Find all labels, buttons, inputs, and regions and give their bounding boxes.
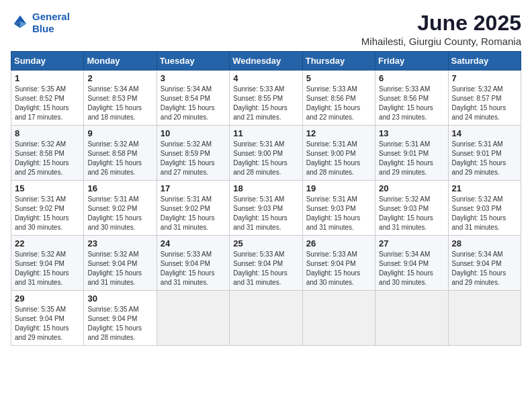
day-number: 22 [15, 238, 80, 248]
day-info: Sunrise: 5:33 AMSunset: 9:04 PMDaylight:… [233, 250, 298, 287]
calendar-day: 15Sunrise: 5:31 AMSunset: 9:02 PMDayligh… [11, 181, 84, 236]
day-number: 28 [452, 238, 517, 248]
calendar-day: 9Sunrise: 5:32 AMSunset: 8:58 PMDaylight… [84, 126, 157, 181]
day-info: Sunrise: 5:32 AMSunset: 9:04 PMDaylight:… [15, 250, 80, 287]
calendar-day [302, 291, 375, 346]
day-number: 23 [87, 238, 152, 248]
day-number: 14 [452, 128, 517, 138]
calendar-day: 5Sunrise: 5:33 AMSunset: 8:56 PMDaylight… [302, 71, 375, 126]
calendar-week-row: 29Sunrise: 5:35 AMSunset: 9:04 PMDayligh… [11, 291, 521, 346]
calendar-day [230, 291, 302, 346]
day-number: 9 [87, 128, 152, 138]
day-number: 30 [87, 293, 152, 304]
day-info: Sunrise: 5:31 AMSunset: 9:03 PMDaylight:… [233, 195, 298, 232]
calendar-day: 29Sunrise: 5:35 AMSunset: 9:04 PMDayligh… [11, 291, 84, 346]
calendar-day: 2Sunrise: 5:34 AMSunset: 8:53 PMDaylight… [84, 71, 157, 126]
calendar-week-row: 8Sunrise: 5:32 AMSunset: 8:58 PMDaylight… [11, 126, 521, 181]
logo: General Blue [11, 11, 70, 35]
day-number: 13 [379, 128, 444, 138]
day-info: Sunrise: 5:31 AMSunset: 9:00 PMDaylight:… [233, 140, 298, 177]
day-info: Sunrise: 5:35 AMSunset: 8:52 PMDaylight:… [15, 85, 80, 122]
page-header: General Blue June 2025 Mihailesti, Giurg… [11, 11, 521, 47]
day-number: 1 [15, 73, 80, 83]
day-number: 29 [15, 293, 80, 304]
day-info: Sunrise: 5:31 AMSunset: 9:01 PMDaylight:… [452, 140, 517, 177]
day-info: Sunrise: 5:34 AMSunset: 9:04 PMDaylight:… [452, 250, 517, 287]
day-info: Sunrise: 5:34 AMSunset: 8:53 PMDaylight:… [87, 85, 152, 122]
calendar-day: 28Sunrise: 5:34 AMSunset: 9:04 PMDayligh… [448, 236, 521, 291]
day-number: 15 [15, 183, 80, 193]
title-area: June 2025 Mihailesti, Giurgiu County, Ro… [361, 11, 521, 47]
day-info: Sunrise: 5:31 AMSunset: 9:02 PMDaylight:… [87, 195, 152, 232]
day-info: Sunrise: 5:31 AMSunset: 9:01 PMDaylight:… [379, 140, 444, 177]
day-info: Sunrise: 5:32 AMSunset: 8:58 PMDaylight:… [87, 140, 152, 177]
day-info: Sunrise: 5:32 AMSunset: 8:58 PMDaylight:… [15, 140, 80, 177]
day-info: Sunrise: 5:33 AMSunset: 9:04 PMDaylight:… [161, 250, 226, 287]
calendar-day [157, 291, 229, 346]
page-title: June 2025 [361, 11, 521, 36]
calendar-day: 3Sunrise: 5:34 AMSunset: 8:54 PMDaylight… [157, 71, 229, 126]
day-info: Sunrise: 5:31 AMSunset: 9:02 PMDaylight:… [15, 195, 80, 232]
day-info: Sunrise: 5:33 AMSunset: 8:56 PMDaylight:… [379, 85, 444, 122]
weekday-header: Tuesday [157, 52, 229, 71]
day-number: 27 [379, 238, 444, 248]
day-info: Sunrise: 5:34 AMSunset: 8:54 PMDaylight:… [161, 85, 226, 122]
day-number: 26 [306, 238, 371, 248]
calendar-day: 24Sunrise: 5:33 AMSunset: 9:04 PMDayligh… [157, 236, 229, 291]
day-number: 6 [379, 73, 444, 83]
weekday-header: Sunday [11, 52, 84, 71]
calendar-day: 14Sunrise: 5:31 AMSunset: 9:01 PMDayligh… [448, 126, 521, 181]
day-number: 18 [233, 183, 298, 193]
day-info: Sunrise: 5:33 AMSunset: 8:55 PMDaylight:… [233, 85, 298, 122]
calendar-header-row: SundayMondayTuesdayWednesdayThursdayFrid… [11, 52, 521, 71]
calendar-day: 10Sunrise: 5:32 AMSunset: 8:59 PMDayligh… [157, 126, 229, 181]
day-info: Sunrise: 5:35 AMSunset: 9:04 PMDaylight:… [87, 305, 152, 342]
day-number: 3 [161, 73, 226, 83]
calendar-day: 6Sunrise: 5:33 AMSunset: 8:56 PMDaylight… [375, 71, 448, 126]
day-number: 19 [306, 183, 371, 193]
day-info: Sunrise: 5:34 AMSunset: 9:04 PMDaylight:… [379, 250, 444, 287]
calendar-week-row: 15Sunrise: 5:31 AMSunset: 9:02 PMDayligh… [11, 181, 521, 236]
calendar-day: 7Sunrise: 5:32 AMSunset: 8:57 PMDaylight… [448, 71, 521, 126]
weekday-header: Monday [84, 52, 157, 71]
day-number: 7 [452, 73, 517, 83]
day-number: 16 [87, 183, 152, 193]
day-number: 21 [452, 183, 517, 193]
day-number: 25 [233, 238, 298, 248]
day-number: 11 [233, 128, 298, 138]
weekday-header: Thursday [302, 52, 375, 71]
calendar-day: 23Sunrise: 5:32 AMSunset: 9:04 PMDayligh… [84, 236, 157, 291]
day-number: 5 [306, 73, 371, 83]
calendar-day: 13Sunrise: 5:31 AMSunset: 9:01 PMDayligh… [375, 126, 448, 181]
logo-line2: Blue [32, 23, 54, 34]
day-info: Sunrise: 5:35 AMSunset: 9:04 PMDaylight:… [15, 305, 80, 342]
calendar-day: 17Sunrise: 5:31 AMSunset: 9:02 PMDayligh… [157, 181, 229, 236]
calendar-day [448, 291, 521, 346]
day-number: 20 [379, 183, 444, 193]
logo-line1: General [32, 11, 70, 22]
calendar-day [375, 291, 448, 346]
calendar-week-row: 1Sunrise: 5:35 AMSunset: 8:52 PMDaylight… [11, 71, 521, 126]
calendar-day: 8Sunrise: 5:32 AMSunset: 8:58 PMDaylight… [11, 126, 84, 181]
day-info: Sunrise: 5:32 AMSunset: 8:57 PMDaylight:… [452, 85, 517, 122]
calendar-day: 27Sunrise: 5:34 AMSunset: 9:04 PMDayligh… [375, 236, 448, 291]
calendar-day: 1Sunrise: 5:35 AMSunset: 8:52 PMDaylight… [11, 71, 84, 126]
day-number: 4 [233, 73, 298, 83]
calendar-day: 20Sunrise: 5:32 AMSunset: 9:03 PMDayligh… [375, 181, 448, 236]
calendar-day: 26Sunrise: 5:33 AMSunset: 9:04 PMDayligh… [302, 236, 375, 291]
day-number: 10 [161, 128, 226, 138]
calendar-day: 4Sunrise: 5:33 AMSunset: 8:55 PMDaylight… [230, 71, 302, 126]
calendar-day: 12Sunrise: 5:31 AMSunset: 9:00 PMDayligh… [302, 126, 375, 181]
calendar-day: 30Sunrise: 5:35 AMSunset: 9:04 PMDayligh… [84, 291, 157, 346]
page-subtitle: Mihailesti, Giurgiu County, Romania [361, 36, 521, 47]
calendar-day: 18Sunrise: 5:31 AMSunset: 9:03 PMDayligh… [230, 181, 302, 236]
day-info: Sunrise: 5:33 AMSunset: 8:56 PMDaylight:… [306, 85, 371, 122]
day-info: Sunrise: 5:32 AMSunset: 9:04 PMDaylight:… [87, 250, 152, 287]
calendar-day: 19Sunrise: 5:31 AMSunset: 9:03 PMDayligh… [302, 181, 375, 236]
calendar-day: 11Sunrise: 5:31 AMSunset: 9:00 PMDayligh… [230, 126, 302, 181]
day-number: 2 [87, 73, 152, 83]
day-number: 8 [15, 128, 80, 138]
calendar-week-row: 22Sunrise: 5:32 AMSunset: 9:04 PMDayligh… [11, 236, 521, 291]
calendar-day: 16Sunrise: 5:31 AMSunset: 9:02 PMDayligh… [84, 181, 157, 236]
calendar-day: 21Sunrise: 5:32 AMSunset: 9:03 PMDayligh… [448, 181, 521, 236]
